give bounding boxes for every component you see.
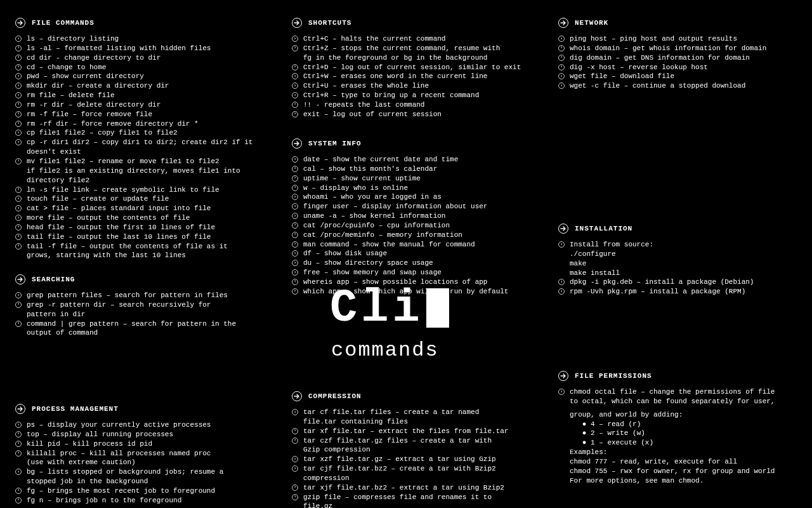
list-item: ›date – show the current date and time	[292, 155, 546, 164]
item-text: fg – brings the most recent job to foreg…	[27, 486, 215, 496]
chevron-right-icon: ›	[558, 36, 565, 42]
list-item: ›killall proc – kill all processes named…	[15, 449, 282, 468]
section-installation: INSTALLATION›Install from source: ./conf…	[558, 224, 806, 297]
arrow-right-icon	[558, 224, 568, 234]
item-text: cd – change to home	[27, 63, 106, 72]
list-item: ›wget -c file – continue a stopped downl…	[558, 81, 806, 91]
list-item: ›cat > file – places standard input into…	[15, 204, 282, 213]
chevron-right-icon: ›	[558, 64, 565, 70]
item-list: ›chmod octal file – change the permissio…	[558, 387, 806, 406]
item-text: cd dir - change directory to dir	[27, 53, 160, 63]
item-list: ›date – show the current date and time›c…	[292, 155, 546, 297]
item-text: du – show directory space usage	[303, 258, 433, 268]
list-item: ›ln -s file link – create symbolic link …	[15, 185, 282, 195]
chevron-right-icon: ›	[558, 241, 565, 248]
item-text: wget file – download file	[570, 72, 674, 81]
list-item: ›top – display all running processes	[15, 430, 282, 439]
item-text: ps – display your currently active proce…	[27, 420, 211, 430]
item-text: Ctrl+R – type to bring up a recent comma…	[303, 91, 479, 100]
item-text: top – display all running processes	[27, 430, 173, 439]
section-title: COMPRESSION	[308, 392, 362, 401]
chevron-right-icon: ›	[15, 45, 22, 51]
section-header: COMPRESSION	[292, 391, 546, 401]
chevron-right-icon: ›	[292, 456, 298, 462]
chevron-right-icon: ›	[15, 73, 22, 79]
item-text: killall proc – kill all processes named …	[27, 449, 211, 468]
logo-cursor	[426, 288, 449, 328]
chevron-right-icon: ›	[558, 45, 565, 51]
item-text: dig -x host – reverse lookup host	[570, 63, 708, 72]
list-item: ›Install from source: ./configure make m…	[558, 240, 806, 277]
item-text: exit – log out of current session	[303, 110, 442, 119]
list-item: ›head file – output the first 10 lines o…	[15, 223, 282, 232]
list-item: ›dpkg -i pkg.deb – install a package (De…	[558, 277, 806, 287]
item-text: rm -rf dir – force remove directory dir …	[27, 119, 199, 129]
item-list: ›grep pattern files – search for pattern…	[15, 291, 282, 338]
chevron-right-icon: ›	[15, 83, 22, 89]
item-text: uname -a – show kernel information	[303, 211, 445, 221]
list-item: ›rm -rf dir – force remove directory dir…	[15, 119, 282, 129]
item-text: dpkg -i pkg.deb – install a package (Deb…	[570, 277, 754, 287]
chevron-right-icon: ›	[15, 130, 22, 136]
chevron-right-icon: ›	[15, 292, 22, 298]
chevron-right-icon: ›	[292, 92, 298, 98]
item-text: tail file – output the last 10 lines of …	[27, 232, 211, 242]
list-item: ›mv file1 file2 – rename or move file1 t…	[15, 157, 282, 185]
item-text: command | grep pattern – search for patt…	[27, 319, 236, 338]
list-item: ›touch file – create or update file	[15, 194, 282, 204]
chevron-right-icon: ›	[292, 409, 298, 415]
chevron-right-icon: ›	[15, 102, 22, 108]
item-text: pwd – show current directory	[27, 72, 144, 81]
chevron-right-icon: ›	[558, 279, 565, 285]
chevron-right-icon: ›	[292, 438, 298, 444]
chevron-right-icon: ›	[15, 441, 22, 447]
item-text: tar cf file.tar files – create a tar nam…	[303, 408, 479, 427]
item-text: Install from source: ./configure make ma…	[570, 240, 653, 277]
logo-bottom-text: commands	[331, 337, 449, 364]
section-title: NETWORK	[575, 18, 608, 28]
item-text: rm file – delete file	[27, 91, 115, 100]
item-text: chmod octal file – change the permission…	[570, 387, 775, 406]
item-text: w – display who is online	[303, 184, 408, 193]
extra-line: chmod 777 – read, write, execute for all	[558, 457, 806, 467]
chevron-right-icon: ›	[15, 450, 22, 457]
item-list: ›Install from source: ./configure make m…	[558, 240, 806, 297]
item-text: head file – output the first 10 lines of…	[27, 223, 215, 232]
list-item: ›tar czf file.tar.gz files – create a ta…	[292, 436, 546, 455]
item-text: wget -c file – continue a stopped downlo…	[570, 81, 745, 91]
item-text: kill pid – kill process id pid	[27, 439, 152, 449]
extra-line: For more options, see man chmod.	[558, 476, 806, 486]
arrow-right-icon	[292, 391, 302, 401]
section-title: FILE COMMANDS	[32, 18, 95, 28]
chevron-right-icon: ›	[558, 83, 565, 89]
arrow-right-icon	[292, 18, 302, 28]
chevron-right-icon: ›	[292, 465, 298, 472]
extra-line: group, and world by adding:	[558, 410, 806, 420]
item-text: df – show disk usage	[303, 249, 387, 258]
list-item: ›tar xjf file.tar.bz2 – extract a tar us…	[292, 483, 546, 493]
chevron-right-icon: ›	[15, 302, 22, 308]
item-text: rm -f file – force remove file	[27, 110, 152, 119]
chevron-right-icon: ›	[292, 102, 298, 108]
item-text: cat /proc/cpuinfo – cpu information	[303, 221, 450, 231]
list-item: ›uname -a – show kernel information	[292, 211, 546, 221]
section-process-management: PROCESS MANAGEMENT›ps – display your cur…	[15, 404, 282, 505]
list-item: ›cd dir - change directory to dir	[15, 53, 282, 63]
chevron-right-icon: ›	[292, 73, 298, 79]
list-item: ›whoami – who you are logged in as	[292, 192, 546, 202]
logo-top: Cli	[330, 286, 449, 331]
list-item: ›Ctrl+R – type to bring up a recent comm…	[292, 91, 546, 100]
item-text: Ctrl+Z – stops the current command, resu…	[303, 44, 500, 63]
item-text: finger user – display information about …	[303, 202, 487, 211]
list-item: ›chmod octal file – change the permissio…	[558, 387, 806, 406]
arrow-right-icon	[558, 18, 568, 28]
list-item: ›more file – output the contents of file	[15, 213, 282, 223]
chevron-right-icon: ›	[558, 55, 565, 61]
list-item: ›whois domain – get whois information fo…	[558, 44, 806, 53]
list-item: ›tail -f file – output the contents of f…	[15, 242, 282, 261]
list-item: ›pwd – show current directory	[15, 72, 282, 81]
item-text: tar xjf file.tar.bz2 – extract a tar usi…	[303, 483, 504, 493]
arrow-right-icon	[558, 371, 568, 381]
list-item: ›tar cf file.tar files – create a tar na…	[292, 408, 546, 427]
item-text: ping host – ping host and output results	[570, 34, 737, 44]
